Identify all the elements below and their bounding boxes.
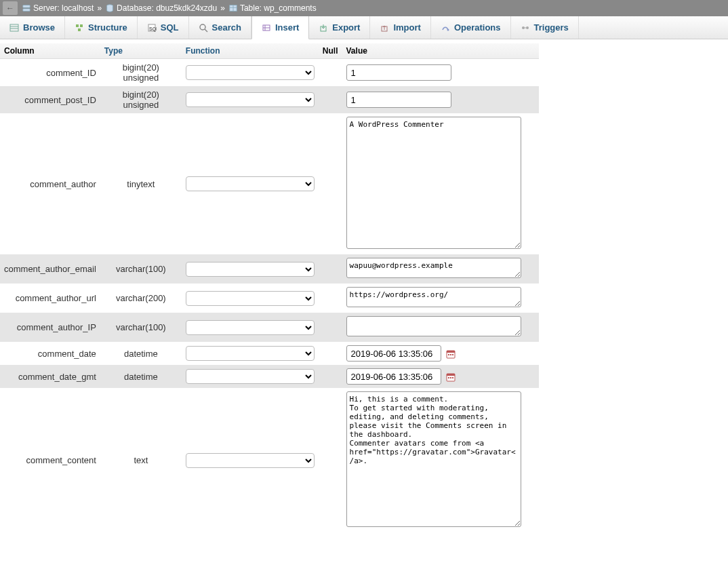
tab-triggers[interactable]: Triggers <box>511 16 579 39</box>
column-type: varchar(200) <box>100 284 182 313</box>
column-type: datetime <box>100 342 182 365</box>
table-row: comment_authortinytext <box>0 113 539 254</box>
column-type: datetime <box>100 365 182 388</box>
header-function[interactable]: Function <box>182 43 319 59</box>
null-cell <box>319 313 342 342</box>
svg-rect-10 <box>80 24 83 27</box>
tab-structure[interactable]: Structure <box>65 16 138 39</box>
table-row: comment_datedatetime <box>0 342 539 365</box>
column-type: tinytext <box>100 113 182 254</box>
column-name: comment_post_ID <box>0 86 100 113</box>
tab-label: Export <box>332 22 360 33</box>
calendar-icon[interactable] <box>445 349 456 359</box>
structure-icon <box>75 23 84 33</box>
svg-rect-1 <box>23 9 31 12</box>
column-type: varchar(100) <box>100 313 182 342</box>
value-input[interactable] <box>346 64 451 81</box>
search-icon <box>199 23 208 33</box>
value-textarea[interactable] <box>346 287 521 307</box>
breadcrumb-server[interactable]: Server: localhost <box>33 3 94 13</box>
tab-insert[interactable]: Insert <box>251 16 309 39</box>
column-type: bigint(20) unsigned <box>100 59 182 87</box>
calendar-icon[interactable] <box>445 372 456 383</box>
table-row: comment_post_IDbigint(20) unsigned <box>0 86 539 113</box>
function-select[interactable] <box>186 320 315 335</box>
function-select[interactable] <box>186 453 315 468</box>
function-select[interactable] <box>186 291 315 306</box>
tab-label: SQL <box>161 22 179 33</box>
value-input[interactable] <box>346 345 441 362</box>
tab-sql[interactable]: SQL SQL <box>138 16 189 39</box>
value-cell <box>342 86 539 113</box>
column-type: bigint(20) unsigned <box>100 86 182 113</box>
null-cell <box>319 86 342 113</box>
breadcrumb: ← Server: localhost » Database: dbuz5kdk… <box>0 0 728 16</box>
null-cell <box>319 113 342 254</box>
tab-label: Triggers <box>534 22 569 33</box>
column-name: comment_date <box>0 342 100 365</box>
svg-point-22 <box>522 26 525 29</box>
tab-label: Operations <box>454 22 501 33</box>
tab-label: Search <box>212 22 241 33</box>
null-cell <box>319 388 342 532</box>
function-select[interactable] <box>186 369 315 384</box>
column-name: comment_author <box>0 113 100 254</box>
breadcrumb-database[interactable]: Database: dbuz5kdk24xzdu <box>117 3 217 13</box>
column-type: text <box>100 388 182 532</box>
tab-bar: Browse Structure SQL SQL Search Insert E… <box>0 16 728 39</box>
value-input[interactable] <box>346 92 451 108</box>
svg-rect-0 <box>23 5 31 8</box>
database-icon <box>105 3 115 13</box>
header-value: Value <box>342 43 539 59</box>
column-name: comment_author_IP <box>0 313 100 342</box>
table-icon <box>228 3 238 13</box>
function-select[interactable] <box>186 176 315 191</box>
insert-grid: Column Type Function Null Value comment_… <box>0 43 539 532</box>
header-type[interactable]: Type <box>100 43 182 59</box>
table-row: comment_contenttext <box>0 388 539 532</box>
value-cell <box>342 313 539 342</box>
column-name: comment_content <box>0 388 100 532</box>
import-icon <box>380 23 389 33</box>
value-textarea[interactable] <box>346 391 521 527</box>
tab-label: Insert <box>275 22 299 33</box>
table-row: comment_author_urlvarchar(200) <box>0 284 539 313</box>
value-textarea[interactable] <box>346 117 521 249</box>
tab-label: Structure <box>88 22 127 33</box>
value-textarea[interactable] <box>346 316 521 336</box>
tab-label: Browse <box>23 22 55 33</box>
breadcrumb-table[interactable]: Table: wp_comments <box>240 3 317 13</box>
insert-icon <box>262 23 271 33</box>
svg-point-23 <box>526 26 529 29</box>
svg-rect-9 <box>76 24 79 27</box>
function-select[interactable] <box>186 92 315 107</box>
back-button[interactable]: ← <box>3 1 18 15</box>
svg-point-14 <box>200 24 205 30</box>
null-cell <box>319 365 342 388</box>
tab-browse[interactable]: Browse <box>0 16 65 39</box>
null-cell <box>319 342 342 365</box>
server-icon <box>22 3 31 13</box>
value-cell <box>342 365 539 388</box>
function-select[interactable] <box>186 262 315 277</box>
tab-search[interactable]: Search <box>189 16 251 39</box>
column-name: comment_author_email <box>0 254 100 284</box>
tab-operations[interactable]: Operations <box>431 16 511 39</box>
value-cell <box>342 388 539 532</box>
table-row: comment_IDbigint(20) unsigned <box>0 59 539 87</box>
column-type: varchar(100) <box>100 254 182 284</box>
tab-import[interactable]: Import <box>370 16 430 39</box>
value-cell <box>342 284 539 313</box>
function-select[interactable] <box>186 346 315 361</box>
breadcrumb-sep: » <box>220 3 225 13</box>
function-select[interactable] <box>186 65 315 80</box>
value-textarea[interactable] <box>346 258 521 278</box>
value-cell <box>342 254 539 284</box>
operations-icon <box>441 23 450 33</box>
value-input[interactable] <box>346 368 441 385</box>
svg-rect-6 <box>10 24 18 31</box>
sql-icon: SQL <box>147 23 157 33</box>
value-cell <box>342 342 539 365</box>
tab-export[interactable]: Export <box>309 16 370 39</box>
browse-icon <box>9 23 19 33</box>
